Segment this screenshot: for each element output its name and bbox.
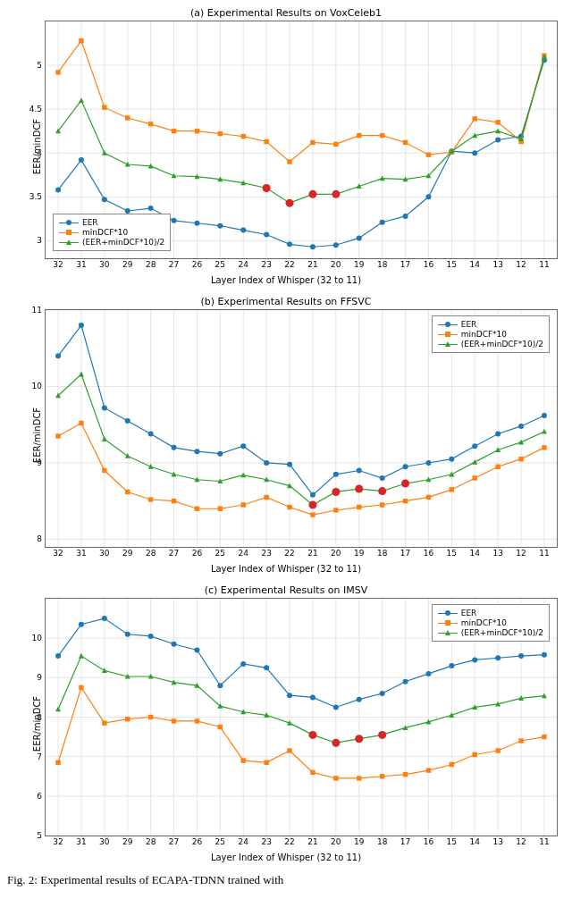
- marker-eer: [125, 418, 130, 424]
- marker-dcf: [125, 115, 130, 120]
- marker-eer: [380, 220, 385, 225]
- highlight-marker: [378, 731, 386, 739]
- legend-swatch: [59, 219, 79, 226]
- marker-dcf: [172, 718, 176, 723]
- legend-entry: EER: [438, 609, 543, 617]
- marker-dcf: [287, 505, 291, 509]
- marker-eer: [240, 228, 246, 233]
- marker-dcf: [218, 131, 223, 136]
- chart-imsv: (c) Experimental Results on IMSVEER/minD…: [7, 584, 565, 862]
- marker-avg: [102, 150, 107, 155]
- legend-swatch: [438, 609, 458, 617]
- marker-dcf: [102, 720, 106, 725]
- highlight-marker: [355, 735, 363, 743]
- marker-eer: [472, 657, 477, 662]
- marker-eer: [55, 353, 61, 358]
- highlight-marker: [332, 488, 340, 496]
- x-tick-label: 17: [400, 837, 410, 846]
- x-tick-label: 31: [76, 549, 86, 558]
- marker-dcf: [102, 468, 106, 473]
- x-tick-label: 27: [169, 837, 179, 846]
- chart-title: (c) Experimental Results on IMSV: [7, 584, 565, 596]
- x-tick-label: 32: [53, 549, 63, 558]
- marker-eer: [310, 244, 315, 249]
- x-tick-label: 20: [331, 549, 341, 558]
- x-tick-label: 16: [424, 260, 433, 269]
- marker-eer: [55, 187, 61, 192]
- marker-dcf: [79, 38, 83, 43]
- x-tick-label: 11: [539, 549, 549, 558]
- marker-dcf: [495, 120, 500, 124]
- marker-dcf: [148, 715, 153, 719]
- marker-eer: [148, 206, 154, 211]
- legend-label: EER: [82, 218, 98, 227]
- y-tick-label: 5: [19, 61, 42, 70]
- marker-dcf: [172, 499, 176, 503]
- plot-area: 5678910323130292827262524232221201918171…: [45, 598, 558, 836]
- legend-swatch: [438, 331, 458, 338]
- marker-dcf: [148, 497, 153, 501]
- marker-dcf: [426, 495, 431, 500]
- marker-avg: [472, 459, 477, 465]
- x-tick-label: 18: [377, 549, 387, 558]
- x-tick-label: 12: [516, 260, 526, 269]
- marker-dcf: [426, 768, 431, 772]
- marker-dcf: [55, 70, 60, 74]
- marker-eer: [357, 468, 362, 474]
- marker-eer: [403, 679, 408, 685]
- marker-eer: [102, 405, 107, 410]
- legend-label: minDCF*10: [461, 618, 507, 627]
- x-tick-label: 26: [192, 837, 202, 846]
- marker-eer: [102, 616, 107, 621]
- marker-dcf: [218, 507, 223, 511]
- legend-swatch: [438, 340, 458, 348]
- highlight-marker: [401, 480, 409, 488]
- marker-eer: [495, 655, 500, 660]
- series-line-dcf: [58, 41, 544, 162]
- x-tick-label: 16: [424, 837, 433, 846]
- y-tick-label: 4.5: [19, 105, 42, 113]
- x-tick-label: 22: [284, 549, 294, 558]
- marker-dcf: [195, 507, 199, 511]
- x-tick-label: 21: [307, 549, 317, 558]
- x-tick-label: 27: [169, 260, 179, 269]
- y-tick-label: 4: [19, 148, 42, 157]
- marker-eer: [287, 241, 292, 247]
- marker-eer: [194, 221, 199, 226]
- marker-dcf: [450, 762, 454, 767]
- marker-dcf: [333, 776, 338, 780]
- x-tick-label: 19: [354, 549, 364, 558]
- legend-label: (EER+minDCF*10)/2: [461, 340, 543, 349]
- legend-label: (EER+minDCF*10)/2: [82, 238, 164, 247]
- marker-eer: [79, 323, 84, 328]
- series-line-dcf: [58, 424, 544, 516]
- x-tick-label: 15: [447, 260, 457, 269]
- marker-dcf: [264, 495, 268, 500]
- marker-dcf: [542, 735, 546, 739]
- marker-avg: [449, 472, 454, 477]
- marker-eer: [125, 632, 130, 637]
- plot-area: 33.544.553231302928272625242322212019181…: [45, 21, 558, 259]
- figure-caption: Fig. 2: Experimental results of ECAPA-TD…: [7, 873, 565, 887]
- marker-avg: [79, 372, 84, 377]
- marker-avg: [79, 97, 84, 103]
- marker-dcf: [518, 457, 523, 461]
- x-tick-label: 22: [284, 837, 294, 846]
- marker-eer: [449, 457, 454, 462]
- marker-eer: [172, 445, 177, 450]
- x-tick-label: 30: [99, 837, 109, 846]
- x-tick-label: 28: [146, 260, 156, 269]
- highlight-marker: [378, 487, 386, 495]
- marker-dcf: [357, 505, 361, 509]
- marker-avg: [240, 472, 246, 477]
- highlight-marker: [286, 199, 294, 207]
- marker-avg: [102, 436, 107, 441]
- y-tick-label: 7: [19, 752, 42, 761]
- legend-label: minDCF*10: [461, 330, 507, 339]
- marker-dcf: [218, 725, 223, 729]
- marker-eer: [264, 232, 269, 238]
- legend-entry: EER: [438, 320, 543, 329]
- legend-entry: EER: [59, 218, 164, 227]
- marker-eer: [472, 150, 477, 155]
- marker-eer: [240, 661, 246, 667]
